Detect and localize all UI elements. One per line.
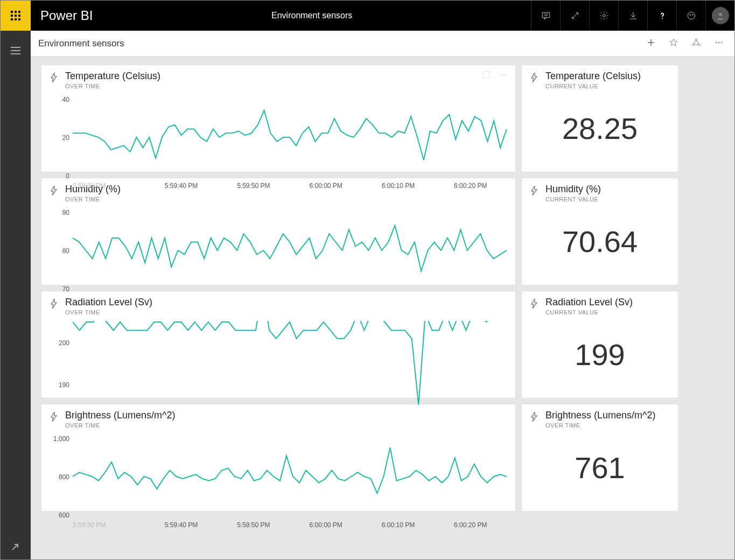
y-axis: 1,000 800 600 bbox=[50, 434, 73, 519]
svg-point-29 bbox=[721, 41, 722, 43]
bolt-icon bbox=[530, 299, 538, 309]
chart-plot bbox=[73, 321, 507, 406]
tile-title: Brightness (Lumens/m^2) bbox=[545, 410, 656, 421]
svg-point-15 bbox=[689, 15, 690, 16]
notifications-button[interactable] bbox=[531, 1, 560, 31]
x-axis: 5:59:30 PM 5:59:40 PM 5:59:50 PM 6:00:00… bbox=[73, 521, 507, 529]
svg-marker-36 bbox=[51, 186, 57, 195]
download-button[interactable] bbox=[618, 1, 647, 31]
svg-marker-37 bbox=[531, 186, 537, 195]
help-icon bbox=[657, 11, 667, 20]
tile-brightness-chart[interactable]: Brightness (Lumens/m^2) OVER TIME 1,000 … bbox=[41, 404, 515, 511]
comment-icon bbox=[541, 11, 551, 20]
gear-icon bbox=[599, 11, 609, 20]
app-launcher[interactable] bbox=[1, 1, 31, 31]
app-frame: Power BI Environment sensors bbox=[0, 0, 735, 560]
tile-title: Temperature (Celsius) bbox=[545, 71, 641, 82]
chart-plot bbox=[73, 434, 507, 519]
help-button[interactable] bbox=[647, 1, 676, 31]
top-actions bbox=[531, 1, 734, 31]
svg-rect-4 bbox=[15, 15, 17, 17]
add-tile-button[interactable] bbox=[646, 38, 656, 50]
tile-humidity-card[interactable]: Humidity (%) CURRENT VALUE 70.64 bbox=[522, 178, 678, 285]
svg-rect-30 bbox=[483, 72, 489, 78]
top-bar: Power BI Environment sensors bbox=[1, 1, 734, 31]
related-button[interactable] bbox=[691, 38, 701, 50]
tile-subtitle: OVER TIME bbox=[65, 196, 121, 202]
svg-marker-41 bbox=[531, 412, 537, 422]
tile-subtitle: OVER TIME bbox=[545, 422, 656, 429]
dashboard-row: Humidity (%) OVER TIME 90 80 70 bbox=[41, 178, 732, 285]
left-rail bbox=[1, 31, 31, 559]
svg-marker-39 bbox=[531, 299, 537, 309]
tile-title: Temperature (Celsius) bbox=[65, 71, 160, 82]
settings-button[interactable] bbox=[589, 1, 618, 31]
bolt-icon bbox=[530, 412, 538, 422]
sub-bar: Environment sensors bbox=[31, 31, 734, 57]
feedback-button[interactable] bbox=[676, 1, 705, 31]
svg-rect-5 bbox=[18, 15, 20, 17]
user-icon bbox=[716, 11, 725, 20]
y-axis: 40 20 0 bbox=[50, 95, 73, 180]
svg-point-33 bbox=[505, 74, 506, 76]
favorite-button[interactable] bbox=[669, 38, 678, 50]
svg-point-25 bbox=[692, 43, 695, 45]
tile-temperature-card[interactable]: Temperature (Celsius) CURRENT VALUE 28.2… bbox=[522, 65, 678, 172]
tile-radiation-card[interactable]: Radiation Level (Sv) CURRENT VALUE 199 bbox=[522, 291, 678, 398]
document-title: Environment sensors bbox=[93, 11, 531, 20]
resize-button[interactable] bbox=[11, 542, 20, 553]
fullscreen-button[interactable] bbox=[560, 1, 589, 31]
card-value: 70.64 bbox=[530, 202, 669, 281]
tile-title: Brightness (Lumens/m^2) bbox=[65, 410, 176, 421]
svg-rect-8 bbox=[18, 18, 20, 20]
chart-plot bbox=[73, 208, 507, 293]
tile-subtitle: OVER TIME bbox=[65, 309, 152, 316]
svg-marker-35 bbox=[531, 73, 537, 82]
bolt-icon bbox=[530, 73, 538, 82]
tile-subtitle: OVER TIME bbox=[65, 83, 160, 89]
expand-icon bbox=[570, 11, 580, 20]
tile-temperature-chart[interactable]: Temperature (Celsius) OVER TIME 40 20 0 bbox=[41, 65, 515, 172]
svg-rect-6 bbox=[11, 18, 13, 20]
main: Environment sensors bbox=[1, 31, 734, 559]
svg-point-24 bbox=[695, 38, 697, 40]
tile-subtitle: OVER TIME bbox=[65, 422, 176, 429]
y-axis: 90 80 70 bbox=[50, 208, 73, 293]
more-button[interactable] bbox=[714, 38, 724, 50]
card-value: 761 bbox=[530, 429, 669, 507]
dashboard-row: Brightness (Lumens/m^2) OVER TIME 1,000 … bbox=[41, 404, 732, 511]
svg-rect-3 bbox=[11, 15, 13, 17]
download-icon bbox=[628, 11, 638, 20]
svg-rect-9 bbox=[542, 12, 550, 18]
svg-point-26 bbox=[698, 43, 700, 45]
tile-title: Radiation Level (Sv) bbox=[65, 297, 152, 308]
svg-rect-2 bbox=[18, 11, 20, 13]
svg-point-32 bbox=[502, 74, 503, 76]
tile-subtitle: CURRENT VALUE bbox=[545, 309, 633, 316]
tile-title: Humidity (%) bbox=[545, 184, 601, 195]
card-value: 28.25 bbox=[530, 89, 669, 167]
arrow-out-icon bbox=[11, 542, 20, 551]
tile-radiation-chart[interactable]: Radiation Level (Sv) OVER TIME 200 190 bbox=[41, 291, 515, 398]
dashboard-title: Environment sensors bbox=[38, 38, 646, 49]
card-value: 199 bbox=[530, 316, 669, 394]
tile-brightness-card[interactable]: Brightness (Lumens/m^2) OVER TIME 761 bbox=[522, 404, 678, 511]
hamburger-icon bbox=[11, 47, 20, 54]
bolt-icon bbox=[50, 186, 58, 195]
svg-marker-23 bbox=[670, 39, 677, 46]
dashboard-row: Radiation Level (Sv) OVER TIME 200 190 bbox=[41, 291, 732, 398]
account-button[interactable] bbox=[705, 1, 734, 31]
nav-toggle[interactable] bbox=[11, 47, 20, 57]
bolt-icon bbox=[50, 299, 58, 309]
waffle-icon bbox=[11, 11, 20, 20]
stage: Environment sensors bbox=[31, 31, 734, 559]
svg-rect-7 bbox=[15, 18, 17, 20]
svg-marker-38 bbox=[51, 299, 57, 309]
tile-subtitle: CURRENT VALUE bbox=[545, 196, 601, 202]
bolt-icon bbox=[530, 186, 538, 195]
brand-label: Power BI bbox=[40, 8, 93, 23]
svg-point-12 bbox=[603, 15, 605, 17]
tile-humidity-chart[interactable]: Humidity (%) OVER TIME 90 80 70 bbox=[41, 178, 515, 285]
svg-marker-40 bbox=[51, 412, 57, 422]
chart-plot bbox=[73, 95, 507, 180]
